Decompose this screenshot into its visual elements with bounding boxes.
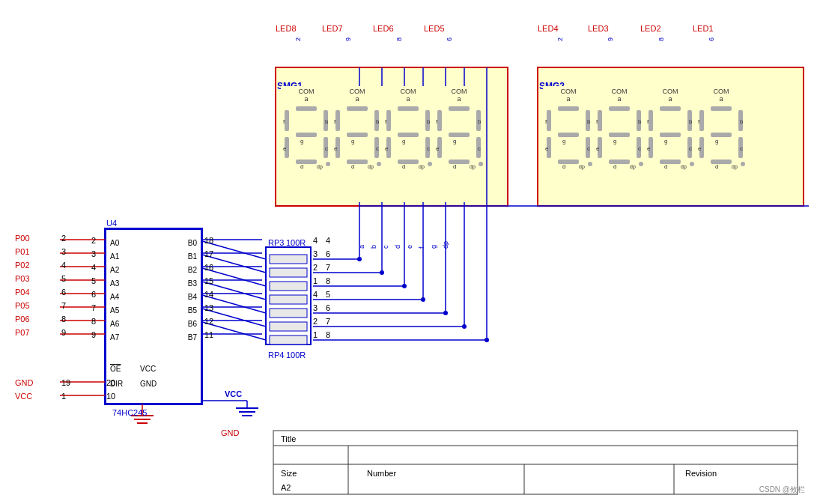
pin-gnd-ic: GND bbox=[140, 380, 157, 388]
size-val: A2 bbox=[281, 483, 291, 492]
smg2-n2: 9 bbox=[607, 37, 614, 41]
svg-text:dp: dp bbox=[317, 164, 323, 170]
smg2-n4: 6 bbox=[708, 37, 715, 41]
led6-display: COM a f b e c g d dp bbox=[383, 86, 434, 202]
p07-num: 9 bbox=[61, 328, 66, 337]
out-b7-num: 1 bbox=[313, 330, 318, 339]
svg-rect-87 bbox=[296, 160, 317, 164]
svg-text:e: e bbox=[436, 145, 440, 152]
led8-label: LED8 bbox=[276, 24, 297, 33]
svg-text:dp: dp bbox=[630, 164, 636, 170]
svg-text:g: g bbox=[562, 138, 565, 145]
svg-rect-186 bbox=[711, 106, 732, 111]
svg-rect-82 bbox=[285, 110, 289, 131]
svg-rect-171 bbox=[660, 106, 681, 111]
b4-num: 14 bbox=[204, 290, 213, 299]
svg-point-133 bbox=[479, 162, 483, 166]
a2-num: 4 bbox=[91, 263, 96, 272]
svg-point-178 bbox=[690, 162, 694, 166]
svg-text:d: d bbox=[300, 163, 303, 170]
svg-text:e: e bbox=[698, 145, 702, 152]
svg-rect-10 bbox=[270, 336, 307, 344]
svg-text:e: e bbox=[334, 145, 338, 152]
a5-num: 7 bbox=[91, 303, 96, 312]
svg-text:g: g bbox=[715, 138, 718, 145]
a6-num: 8 bbox=[91, 317, 96, 326]
svg-text:d: d bbox=[613, 163, 616, 170]
wire-8b-label: 8 bbox=[326, 330, 330, 339]
smg2-n1: 2 bbox=[556, 37, 564, 41]
svg-point-29 bbox=[421, 297, 425, 302]
p01-label: P01 bbox=[15, 247, 30, 256]
svg-text:c: c bbox=[376, 145, 379, 152]
smg1-n2: 9 bbox=[344, 37, 352, 41]
svg-text:g: g bbox=[402, 138, 405, 145]
out-b2-num: 2 bbox=[313, 263, 318, 272]
svg-text:g: g bbox=[613, 138, 616, 145]
svg-text:c: c bbox=[587, 145, 590, 152]
svg-rect-117 bbox=[398, 160, 419, 164]
svg-point-118 bbox=[428, 162, 432, 166]
svg-text:e: e bbox=[283, 145, 287, 152]
svg-text:dp: dp bbox=[681, 164, 687, 170]
pin-b5: B5 bbox=[188, 306, 197, 315]
svg-point-20 bbox=[357, 257, 362, 261]
a3-num: 5 bbox=[91, 276, 96, 285]
size-label: Size bbox=[281, 469, 297, 478]
svg-rect-126 bbox=[449, 106, 470, 111]
b6-num: 12 bbox=[204, 317, 213, 326]
p03-num: 5 bbox=[61, 274, 66, 283]
svg-text:b: b bbox=[376, 118, 380, 125]
p06-label: P06 bbox=[15, 315, 30, 324]
wire-7-label: 7 bbox=[326, 263, 330, 272]
pin-a1: A1 bbox=[110, 252, 119, 261]
p06-num: 8 bbox=[61, 315, 66, 324]
led1-display: COM a f b e c g d dp bbox=[696, 86, 747, 202]
svg-text:e: e bbox=[385, 145, 389, 152]
b7-num: 11 bbox=[204, 330, 213, 339]
svg-point-103 bbox=[377, 162, 381, 166]
out-b4-num: 4 bbox=[313, 290, 318, 299]
p02-label: P02 bbox=[15, 261, 30, 270]
gnd-symbol-label: GND bbox=[221, 428, 239, 437]
svg-text:g: g bbox=[351, 138, 354, 145]
pin-a7: A7 bbox=[110, 333, 119, 341]
rp4-val-label: 100R bbox=[286, 350, 306, 359]
svg-text:d: d bbox=[715, 163, 718, 170]
svg-text:c: c bbox=[478, 145, 481, 152]
svg-rect-9 bbox=[270, 322, 307, 331]
led3-display: COM a f b e c g d dp bbox=[594, 86, 645, 202]
svg-text:dp: dp bbox=[470, 164, 476, 170]
svg-rect-144 bbox=[558, 133, 579, 137]
svg-text:b: b bbox=[638, 118, 642, 125]
b3-num: 15 bbox=[204, 276, 213, 285]
rp3-label: RP3 bbox=[268, 238, 284, 247]
svg-text:b: b bbox=[689, 118, 693, 125]
smg2-n3: 8 bbox=[657, 37, 665, 41]
svg-point-23 bbox=[380, 270, 384, 275]
smg1-n1: 2 bbox=[294, 37, 302, 41]
svg-text:dp: dp bbox=[732, 164, 738, 170]
svg-rect-127 bbox=[437, 110, 442, 131]
ic-part-label: 74HC245 bbox=[112, 408, 147, 417]
svg-rect-99 bbox=[347, 133, 368, 137]
svg-rect-156 bbox=[609, 106, 630, 111]
out-b3-num: 1 bbox=[313, 276, 318, 285]
svg-text:dp: dp bbox=[368, 164, 374, 170]
p02-num: 4 bbox=[61, 261, 66, 270]
led5-label: LED5 bbox=[424, 24, 445, 33]
pin-a6: A6 bbox=[110, 320, 119, 328]
p00-num: 2 bbox=[61, 234, 66, 243]
out-b0-num: 4 bbox=[313, 236, 318, 245]
led2-label: LED2 bbox=[640, 24, 661, 33]
smg1-n4: 6 bbox=[446, 37, 453, 41]
title-label: Title bbox=[281, 434, 296, 443]
p03-label: P03 bbox=[15, 274, 30, 283]
p00-label: P00 bbox=[15, 234, 30, 243]
svg-point-148 bbox=[588, 162, 592, 166]
svg-point-26 bbox=[402, 284, 407, 288]
out-b5-num: 3 bbox=[313, 303, 318, 312]
svg-rect-157 bbox=[598, 110, 602, 131]
svg-rect-75 bbox=[273, 431, 798, 494]
svg-text:c: c bbox=[689, 145, 692, 152]
